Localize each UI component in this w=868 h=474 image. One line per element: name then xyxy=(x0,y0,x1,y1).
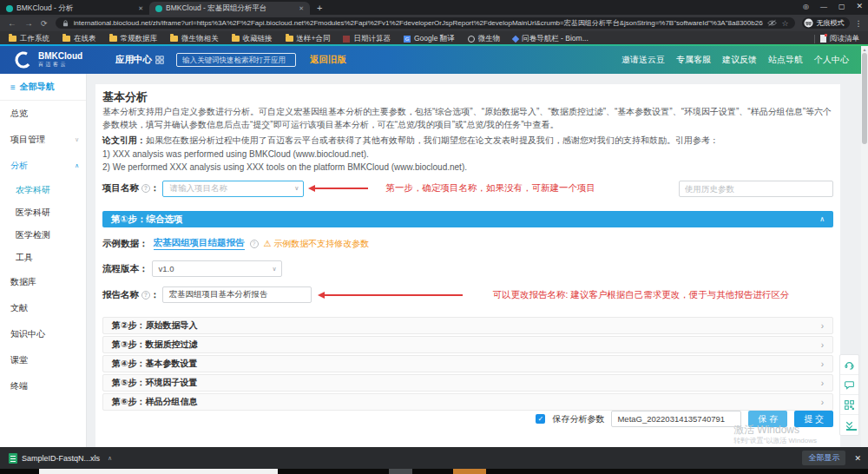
step2-accordion[interactable]: 第②步：原始数据导入› xyxy=(102,317,833,334)
forward-icon[interactable]: → xyxy=(24,18,33,28)
chevron-up-icon[interactable]: ∧ xyxy=(108,455,112,462)
browser-profile-icon[interactable]: ◎ xyxy=(803,3,809,10)
maximize-button[interactable]: ▢ xyxy=(838,3,845,10)
page-scrollbar[interactable]: ▲ ▼ xyxy=(861,46,868,469)
downloaded-file-chip[interactable]: SampleID-FastqN...xls ∧ xyxy=(9,453,112,464)
step3-accordion[interactable]: 第③步：数据质控过滤› xyxy=(102,336,833,353)
sample-report-link[interactable]: 宏基因组项目结题报告 xyxy=(154,237,245,250)
qr-code-button[interactable] xyxy=(840,395,858,415)
app-center-button[interactable]: 应用中心 xyxy=(115,54,164,66)
help-icon[interactable]: ? xyxy=(250,240,259,248)
grid-icon xyxy=(155,56,164,64)
app-search-input[interactable] xyxy=(176,53,296,67)
intro-text: 基本分析支持用户自定义参数进行分析。可自定义宏基因组基本分析的主要参数，包括“综… xyxy=(102,105,833,131)
sidebar-item-medical-testing[interactable]: 医学检测 xyxy=(0,224,86,247)
save-params-checkbox[interactable]: ✓ xyxy=(536,414,545,424)
help-icon[interactable]: ? xyxy=(141,291,150,300)
history-params-input[interactable] xyxy=(679,181,833,197)
sidebar-item-terminal[interactable]: 终端 xyxy=(0,373,86,399)
sidebar-item-database[interactable]: 数据库 xyxy=(0,269,86,295)
reading-list-button[interactable]: 阅读清单 xyxy=(820,34,859,44)
step6-accordion[interactable]: 第⑥步：样品分组信息› xyxy=(102,393,833,411)
browser-tab-1[interactable]: BMKCloud - 分析 ✕ xyxy=(0,2,149,15)
annotation-arrow xyxy=(314,188,368,189)
divider xyxy=(814,35,815,43)
eye-blocked-icon[interactable] xyxy=(767,19,777,27)
reload-icon[interactable]: ⟳ xyxy=(41,19,48,28)
calculator-icon xyxy=(343,36,350,43)
sidebar-item-knowledge-center[interactable]: 知识中心 xyxy=(0,321,86,347)
url-bar[interactable]: international.biocloud.net/zh/iframe?url… xyxy=(56,17,795,29)
submit-button[interactable]: 提 交 xyxy=(794,411,833,427)
report-annotation: 可以更改报告名称: 建议客户根据自己需求更改，便于与其他报告进行区分 xyxy=(492,289,789,301)
scroll-up-icon[interactable]: ▲ xyxy=(861,47,868,52)
excel-file-icon xyxy=(9,453,17,464)
chevron-right-icon: › xyxy=(821,379,824,388)
scrollbar-thumb[interactable] xyxy=(862,53,867,144)
customer-service-button[interactable] xyxy=(840,355,858,375)
bookmark-item[interactable]: 微生物 xyxy=(468,34,501,44)
help-icon[interactable]: ? xyxy=(141,184,150,193)
report-name-input[interactable] xyxy=(162,286,312,303)
folder-icon xyxy=(62,36,70,42)
bookmark-star-icon[interactable]: ☆ xyxy=(781,19,788,28)
citation-1: 1) XXX analysis was performed using BMKC… xyxy=(102,148,833,161)
customer-service-link[interactable]: 专属客服 xyxy=(676,54,711,66)
return-old-version-link[interactable]: 返回旧版 xyxy=(310,54,346,66)
bookmark-folder[interactable]: 常规数据库 xyxy=(109,34,158,44)
sidebar-item-project-management[interactable]: 项目管理∨ xyxy=(0,127,86,153)
invite-link[interactable]: 邀请送云豆 xyxy=(621,54,665,66)
main-content: 基本分析 基本分析支持用户自定义参数进行分析。可自定义宏基因组基本分析的主要参数… xyxy=(95,84,840,447)
brand-name: BMKCloud xyxy=(38,52,82,61)
back-icon[interactable]: ← xyxy=(8,18,16,28)
bookmark-folder[interactable]: 工作系统 xyxy=(9,34,49,44)
step5-accordion[interactable]: 第⑤步：环境因子设置› xyxy=(102,374,833,392)
collapse-widget-button[interactable] xyxy=(840,415,858,435)
bookmark-folder[interactable]: 收藏链接 xyxy=(232,34,273,44)
sidebar-item-medical-research[interactable]: 医学科研 xyxy=(0,201,86,224)
bookmark-item[interactable]: 问卷导航栏 - Biom... xyxy=(513,34,589,44)
sidebar-item-analysis[interactable]: 分析∧ xyxy=(0,153,86,179)
minimize-button[interactable]: — xyxy=(820,3,827,10)
browser-tabstrip: BMKCloud - 分析 ✕ BMKCloud - 宏基因组分析平台 ✕ + … xyxy=(0,0,868,15)
all-navigation-button[interactable]: ≡ 全部导航 xyxy=(0,74,86,101)
close-download-bar-icon[interactable]: ✕ xyxy=(854,454,861,463)
version-row: 流程版本： v1.0 ∨ xyxy=(102,260,282,277)
browser-tab-2-active[interactable]: BMKCloud - 宏基因组分析平台 ✕ xyxy=(149,2,310,15)
tab-close-icon[interactable]: ✕ xyxy=(299,5,304,12)
sidebar-item-agri-research[interactable]: 农学科研 xyxy=(0,179,86,201)
version-select[interactable]: v1.0 ∨ xyxy=(152,260,282,277)
bookmark-folder[interactable]: 送样+合同 xyxy=(286,34,331,44)
bookmark-item[interactable]: 日期计算器 xyxy=(343,34,391,44)
citation-intro: 论文引用：如果您在数据分析过程中使用了百迈客云平台或者获得了其他有效帮助，我们期… xyxy=(102,134,833,147)
step4-accordion[interactable]: 第④步：基本参数设置› xyxy=(102,355,833,372)
site-nav-link[interactable]: 站点导航 xyxy=(768,54,803,66)
brand-subtitle: 百迈客云 xyxy=(38,61,82,69)
sidebar-item-literature[interactable]: 文献 xyxy=(0,295,86,321)
sidebar: ≡ 全部导航 总览 项目管理∨ 分析∧ 农学科研 医学科研 医学检测 工具 数据… xyxy=(0,74,87,447)
url-text: international.biocloud.net/zh/iframe?url… xyxy=(74,18,764,28)
headset-icon xyxy=(844,359,855,371)
sidebar-item-overview[interactable]: 总览 xyxy=(0,101,86,127)
bmkcloud-logo[interactable]: BMKCloud 百迈客云 xyxy=(14,50,82,69)
incognito-badge[interactable]: 无痕模式 xyxy=(802,17,850,29)
window-controls: ◎ — ▢ ✕ xyxy=(803,2,863,10)
feedback-link[interactable]: 建议反馈 xyxy=(722,54,757,66)
bookmark-folder[interactable]: 微生物相关 xyxy=(170,34,219,44)
tab-close-icon[interactable]: ✕ xyxy=(138,5,143,12)
bookmark-item[interactable]: GGoogle 翻译 xyxy=(404,34,455,44)
browser-menu-icon[interactable]: ⋮ xyxy=(855,19,863,28)
step1-header[interactable]: 第①步：综合选项 ∧ xyxy=(102,211,833,227)
show-all-downloads-button[interactable]: 全部显示 xyxy=(802,451,845,465)
message-button[interactable] xyxy=(840,375,858,395)
project-name-select[interactable]: 请输入项目名称 ∨ xyxy=(162,181,304,197)
sidebar-item-tools[interactable]: 工具 xyxy=(0,247,86,269)
param-name-input[interactable] xyxy=(611,411,741,427)
project-name-label: 项目名称 ?： xyxy=(102,182,159,194)
new-tab-button[interactable]: + xyxy=(317,3,322,13)
folder-icon xyxy=(9,36,16,42)
close-button[interactable]: ✕ xyxy=(856,2,863,10)
personal-center-link[interactable]: 个人中心 xyxy=(814,54,849,66)
sidebar-item-classroom[interactable]: 课堂 xyxy=(0,347,86,373)
bookmark-folder[interactable]: 在线表 xyxy=(62,34,96,44)
